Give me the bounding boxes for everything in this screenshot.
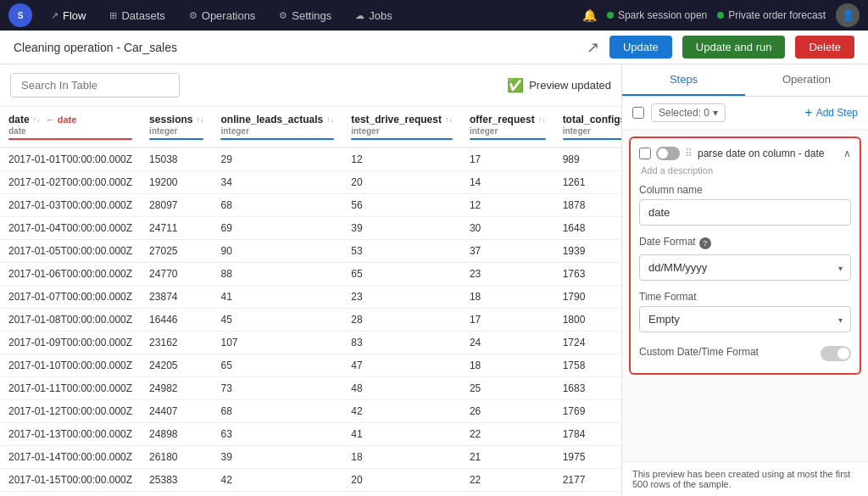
col-header-test-drive[interactable]: test_drive_request ↑↓ integer bbox=[342, 107, 461, 148]
table-row: 2017-01-03T00:00:00.000Z 28097 68 56 12 … bbox=[0, 194, 622, 217]
col-header-online-leads[interactable]: online_leads_actuals ↑↓ integer bbox=[212, 107, 342, 148]
sort-icon-online-leads[interactable]: ↑↓ bbox=[326, 115, 334, 124]
cell-sessions: 15038 bbox=[141, 148, 212, 171]
step-toggle[interactable] bbox=[656, 147, 680, 160]
nav-datasets[interactable]: ⊞ Datasets bbox=[97, 0, 176, 31]
cell-offer: 21 bbox=[461, 446, 554, 469]
cell-date: 2017-01-01T00:00:00.000Z bbox=[0, 148, 141, 171]
sort-icon-test-drive[interactable]: ↑↓ bbox=[445, 115, 453, 124]
date-format-label: Date Format bbox=[639, 236, 696, 248]
cell-online-leads: 69 bbox=[212, 217, 342, 240]
update-button[interactable]: Update bbox=[609, 36, 672, 59]
plus-icon: + bbox=[804, 105, 812, 120]
col-underline-sessions bbox=[149, 138, 203, 140]
cell-total: 1800 bbox=[554, 309, 622, 332]
custom-format-label: Custom Date/Time Format bbox=[639, 346, 759, 358]
time-format-select[interactable]: Empty HH:mm:ss hh:mm:ss a bbox=[639, 306, 851, 332]
step-chevron-icon[interactable]: ∧ bbox=[843, 148, 851, 159]
step-card: ⠿ parse date on column - date ∧ Add a de… bbox=[629, 137, 861, 375]
cell-test-drive: 48 bbox=[342, 377, 461, 400]
col-header-total[interactable]: total_configs ↑↓ integer bbox=[554, 107, 622, 148]
top-navigation: S ↗ Flow ⊞ Datasets ⚙ Operations ⚙ Setti… bbox=[0, 0, 868, 31]
cell-date: 2017-01-10T00:00:00.000Z bbox=[0, 354, 141, 377]
cell-sessions: 28097 bbox=[141, 194, 212, 217]
cell-total: 1758 bbox=[554, 354, 622, 377]
cell-test-drive: 39 bbox=[342, 217, 461, 240]
cell-test-drive: 83 bbox=[342, 332, 461, 354]
sort-icon-date[interactable]: ↑↓ bbox=[33, 115, 41, 124]
forecast-indicator bbox=[717, 12, 724, 19]
table-row: 2017-01-09T00:00:00.000Z 23162 107 83 24… bbox=[0, 332, 622, 354]
add-step-button[interactable]: + Add Step bbox=[804, 105, 858, 120]
cell-date: 2017-01-12T00:00:00.000Z bbox=[0, 400, 141, 423]
cell-date: 2017-01-07T00:00:00.000Z bbox=[0, 286, 141, 309]
cell-sessions: 24407 bbox=[141, 400, 212, 423]
cell-total: 1769 bbox=[554, 400, 622, 423]
cell-online-leads: 29 bbox=[212, 148, 342, 171]
cell-total: 1261 bbox=[554, 171, 622, 194]
drag-handle-icon[interactable]: ⠿ bbox=[685, 148, 693, 159]
nav-jobs[interactable]: ☁ Jobs bbox=[343, 0, 403, 31]
cell-online-leads: 42 bbox=[212, 469, 342, 492]
cell-online-leads: 107 bbox=[212, 332, 342, 354]
nav-operations[interactable]: ⚙ Operations bbox=[177, 0, 268, 31]
search-input[interactable] bbox=[10, 73, 180, 98]
update-run-button[interactable]: Update and run bbox=[682, 36, 786, 59]
user-avatar[interactable]: 👤 bbox=[836, 3, 860, 27]
step-description[interactable]: Add a description bbox=[641, 165, 851, 176]
table-row: 2017-01-08T00:00:00.000Z 16446 45 28 17 … bbox=[0, 309, 622, 332]
delete-button[interactable]: Delete bbox=[795, 36, 854, 59]
notification-bell-icon[interactable]: 🔔 bbox=[582, 8, 597, 22]
sort-icon-sessions[interactable]: ↑↓ bbox=[196, 115, 203, 124]
cell-test-drive: 23 bbox=[342, 286, 461, 309]
cell-test-drive: 12 bbox=[342, 148, 461, 171]
custom-format-toggle[interactable] bbox=[821, 346, 851, 361]
cell-sessions: 23874 bbox=[141, 286, 212, 309]
cell-total: 1763 bbox=[554, 263, 622, 286]
cell-offer: 37 bbox=[461, 240, 554, 263]
col-header-date[interactable]: date ↑↓ ← date date bbox=[0, 107, 141, 148]
cell-date: 2017-01-13T00:00:00.000Z bbox=[0, 423, 141, 446]
time-format-label: Time Format bbox=[639, 291, 851, 303]
cell-sessions: 24205 bbox=[141, 354, 212, 377]
cell-total: 1939 bbox=[554, 240, 622, 263]
date-format-select[interactable]: dd/MM/yyyy MM/dd/yyyy yyyy-MM-dd dd-MM-y… bbox=[639, 254, 851, 281]
table-row: 2017-01-04T00:00:00.000Z 24711 69 39 30 … bbox=[0, 217, 622, 240]
table-row: 2017-01-11T00:00:00.000Z 24982 73 48 25 … bbox=[0, 377, 622, 400]
select-all-checkbox[interactable] bbox=[632, 107, 644, 119]
cell-date: 2017-01-06T00:00:00.000Z bbox=[0, 263, 141, 286]
panel-tabs: Steps Operation bbox=[622, 64, 868, 97]
sort-icon-offer[interactable]: ↑↓ bbox=[538, 115, 546, 124]
nav-settings[interactable]: ⚙ Settings bbox=[267, 0, 343, 31]
table-toolbar: ✅ Preview updated bbox=[0, 64, 621, 107]
help-icon[interactable]: ? bbox=[699, 237, 711, 249]
selected-badge[interactable]: Selected: 0 ▾ bbox=[651, 103, 726, 122]
table-row: 2017-01-01T00:00:00.000Z 15038 29 12 17 … bbox=[0, 148, 622, 171]
nav-flow[interactable]: ↗ Flow bbox=[39, 0, 97, 31]
cell-date: 2017-01-02T00:00:00.000Z bbox=[0, 171, 141, 194]
col-header-sessions[interactable]: sessions ↑↓ integer bbox=[141, 107, 212, 148]
tab-steps[interactable]: Steps bbox=[622, 64, 745, 96]
cell-offer: 12 bbox=[461, 194, 554, 217]
step-checkbox[interactable] bbox=[639, 148, 651, 159]
cell-date: 2017-01-15T00:00:00.000Z bbox=[0, 469, 141, 492]
column-name-input[interactable] bbox=[639, 199, 851, 226]
cell-date: 2017-01-16T00:00:00.000Z bbox=[0, 492, 141, 497]
col-header-offer[interactable]: offer_request ↑↓ integer bbox=[461, 107, 554, 148]
cell-sessions: 24770 bbox=[141, 263, 212, 286]
tab-operation[interactable]: Operation bbox=[745, 64, 868, 96]
cell-test-drive: 65 bbox=[342, 263, 461, 286]
trend-icon[interactable]: ↗ bbox=[587, 38, 599, 57]
cell-test-drive: 28 bbox=[342, 309, 461, 332]
app-logo[interactable]: S bbox=[8, 3, 32, 27]
col-underline-online-leads bbox=[220, 138, 334, 140]
cell-sessions: 24711 bbox=[141, 217, 212, 240]
cell-sessions: 16446 bbox=[141, 309, 212, 332]
col-underline-offer bbox=[470, 138, 546, 140]
step-title: parse date on column - date bbox=[698, 148, 838, 159]
cell-online-leads: 41 bbox=[212, 286, 342, 309]
spark-status: Spark session open bbox=[607, 9, 707, 21]
cell-test-drive: 20 bbox=[342, 469, 461, 492]
cell-test-drive: 20 bbox=[342, 171, 461, 194]
data-table: date ↑↓ ← date date ses bbox=[0, 107, 622, 496]
